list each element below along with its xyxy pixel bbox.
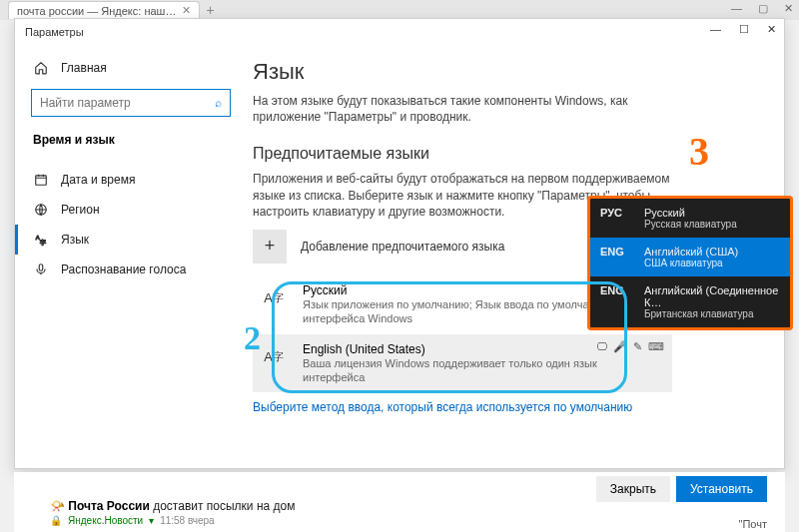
calendar-icon <box>33 172 49 188</box>
display-icon: 🖵 <box>596 340 607 353</box>
speech-icon: 🎤 <box>613 340 627 353</box>
globe-icon <box>33 202 49 218</box>
language-icon: A字 <box>33 232 49 248</box>
lang-option-russian[interactable]: РУС Русский Русская клавиатура <box>590 199 790 238</box>
page-bottom: Закрыть Установить 📯 Почта России достав… <box>14 472 785 532</box>
lang-code: ENG <box>600 284 634 296</box>
page-description: На этом языке будут показываться такие к… <box>253 93 672 125</box>
lang-keyboard: США клавиатура <box>644 258 780 268</box>
svg-text:A: A <box>36 235 40 241</box>
minimize-icon[interactable]: — <box>710 23 721 36</box>
maximize-icon[interactable]: ☐ <box>739 23 749 36</box>
svg-text:字: 字 <box>40 239 46 246</box>
browser-tabstrip: почта россии — Яндекс: наш… ✕ + — ▢ ✕ <box>0 0 799 20</box>
sidebar-item-region[interactable]: Регион <box>15 195 247 225</box>
minimize-icon[interactable]: — <box>731 2 742 15</box>
svg-rect-0 <box>36 176 47 185</box>
sidebar-item-speech[interactable]: Распознавание голоса <box>15 255 247 284</box>
page-title: Язык <box>253 59 760 85</box>
lock-icon: 🔒 <box>50 515 62 526</box>
language-row-english[interactable]: A字 English (United States) Ваша лицензия… <box>253 334 672 393</box>
close-tab-icon[interactable]: ✕ <box>182 4 191 17</box>
window-title: Параметры <box>25 26 84 38</box>
add-language-label: Добавление предпочитаемого языка <box>301 240 504 254</box>
install-prompt: Закрыть Установить <box>596 476 767 502</box>
plus-icon[interactable]: + <box>253 230 287 264</box>
lang-keyboard: Русская клавиатура <box>644 219 780 230</box>
sidebar-item-label: Распознавание голоса <box>61 263 186 276</box>
close-button[interactable]: Закрыть <box>596 476 670 502</box>
browser-tab[interactable]: почта россии — Яндекс: наш… ✕ <box>8 1 200 19</box>
language-glyph-icon: A字 <box>259 342 289 372</box>
lang-name: Английский (Соединенное К… <box>644 284 780 308</box>
handwriting-icon: ✎ <box>633 340 642 353</box>
language-feature-icons: 🖵 🎤 ✎ ⌨ <box>596 340 664 353</box>
lang-keyboard: Британская клавиатура <box>644 308 780 319</box>
sidebar-item-language[interactable]: A字 Язык <box>15 225 247 255</box>
microphone-icon <box>33 262 49 277</box>
search-box[interactable]: ⌕ <box>31 89 231 117</box>
close-icon[interactable]: ✕ <box>784 2 793 15</box>
tab-title: почта россии — Яндекс: наш… <box>17 5 176 17</box>
keyboard-icon: ⌨ <box>648 340 664 353</box>
home-icon <box>33 60 49 76</box>
sidebar-item-label: Язык <box>61 233 89 247</box>
search-input[interactable] <box>40 96 215 110</box>
lang-option-english-uk[interactable]: ENG Английский (Соединенное К… Британска… <box>590 276 790 327</box>
news-bold: Почта России <box>68 499 150 513</box>
sidebar-home-label: Главная <box>61 61 107 75</box>
dropdown-icon[interactable]: ▾ <box>149 515 154 526</box>
language-glyph-icon: A字 <box>259 283 289 313</box>
sidebar-home[interactable]: Главная <box>15 53 247 83</box>
news-snippet: "Почт <box>739 518 767 530</box>
section-title: Предпочитаемые языки <box>253 145 760 163</box>
language-sub: Ваша лицензия Windows поддерживает тольк… <box>303 356 662 385</box>
install-button[interactable]: Установить <box>676 476 767 502</box>
close-icon[interactable]: ✕ <box>767 23 776 36</box>
input-language-switcher[interactable]: РУС Русский Русская клавиатура ENG Англи… <box>587 196 793 330</box>
titlebar: Параметры — ☐ ✕ <box>15 19 784 45</box>
svg-rect-4 <box>39 265 43 270</box>
sidebar-item-label: Дата и время <box>61 173 135 187</box>
new-tab-button[interactable]: + <box>206 2 214 18</box>
sidebar-item-label: Регион <box>61 203 100 217</box>
news-headline[interactable]: 📯 Почта России доставит посылки на дом 🔒… <box>50 499 295 526</box>
maximize-icon[interactable]: ▢ <box>758 2 768 15</box>
lang-name: Английский (США) <box>644 246 780 258</box>
lang-name: Русский <box>644 207 780 219</box>
news-source: Яндекс.Новости <box>68 515 143 526</box>
news-rest: доставит посылки на дом <box>150 499 296 513</box>
lang-code: ENG <box>600 246 634 258</box>
default-input-method-link[interactable]: Выберите метод ввода, который всегда исп… <box>253 400 632 414</box>
news-time: 11:58 вчера <box>160 515 215 526</box>
sidebar-item-datetime[interactable]: Дата и время <box>15 165 247 195</box>
lang-option-english-us[interactable]: ENG Английский (США) США клавиатура <box>590 238 790 276</box>
search-icon: ⌕ <box>215 96 222 110</box>
browser-window-controls: — ▢ ✕ <box>731 2 793 15</box>
sidebar: Главная ⌕ Время и язык Дата и время <box>15 45 247 468</box>
window-controls: — ☐ ✕ <box>710 23 776 36</box>
lang-code: РУС <box>600 207 634 219</box>
sidebar-section-heading: Время и язык <box>15 127 247 157</box>
